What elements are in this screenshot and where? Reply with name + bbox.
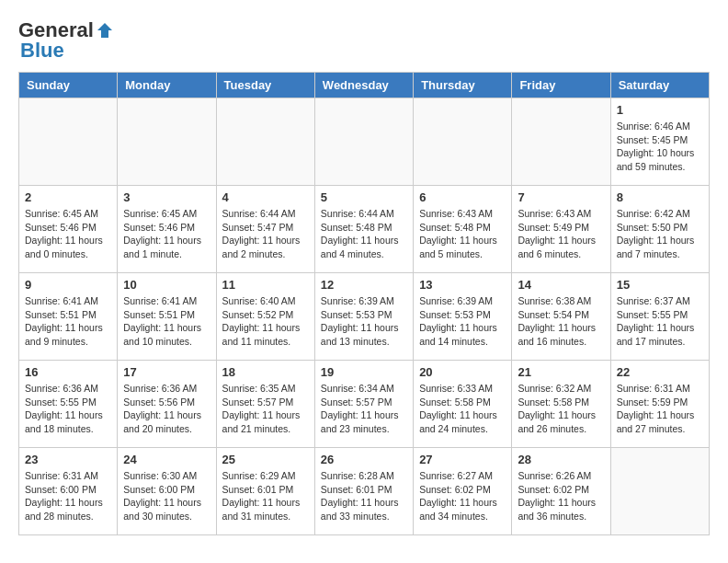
calendar-cell [414, 98, 512, 186]
calendar-cell: 3Sunrise: 6:45 AM Sunset: 5:46 PM Daylig… [118, 186, 216, 273]
calendar-cell [512, 98, 610, 186]
cell-info: Sunrise: 6:31 AM Sunset: 6:00 PM Dayligh… [25, 469, 111, 523]
calendar-cell: 18Sunrise: 6:35 AM Sunset: 5:57 PM Dayli… [216, 361, 314, 448]
day-number: 25 [222, 453, 309, 466]
day-number: 28 [518, 453, 604, 466]
cell-info: Sunrise: 6:41 AM Sunset: 5:51 PM Dayligh… [25, 294, 111, 349]
calendar-cell: 14Sunrise: 6:38 AM Sunset: 5:54 PM Dayli… [512, 273, 610, 361]
calendar-table: SundayMondayTuesdayWednesdayThursdayFrid… [18, 72, 710, 535]
calendar-cell: 10Sunrise: 6:41 AM Sunset: 5:51 PM Dayli… [118, 273, 216, 361]
cell-info: Sunrise: 6:36 AM Sunset: 5:55 PM Dayligh… [25, 382, 111, 436]
calendar-cell: 5Sunrise: 6:44 AM Sunset: 5:48 PM Daylig… [314, 186, 413, 273]
weekday-header-tuesday: Tuesday [216, 73, 314, 98]
calendar-cell [216, 98, 314, 186]
calendar-cell: 2Sunrise: 6:45 AM Sunset: 5:46 PM Daylig… [19, 186, 118, 273]
day-number: 20 [419, 365, 506, 379]
weekday-header-saturday: Saturday [610, 73, 709, 98]
calendar-cell: 24Sunrise: 6:30 AM Sunset: 6:00 PM Dayli… [118, 448, 216, 535]
calendar-cell: 4Sunrise: 6:44 AM Sunset: 5:47 PM Daylig… [216, 186, 314, 273]
calendar-cell: 21Sunrise: 6:32 AM Sunset: 5:58 PM Dayli… [512, 361, 610, 448]
calendar-cell: 1Sunrise: 6:46 AM Sunset: 5:45 PM Daylig… [610, 98, 709, 186]
day-number: 7 [518, 190, 604, 204]
day-number: 26 [321, 453, 407, 466]
weekday-header-friday: Friday [512, 73, 610, 98]
header: General Blue [18, 18, 710, 63]
day-number: 11 [222, 278, 309, 292]
calendar-cell [19, 98, 118, 186]
calendar-cell: 9Sunrise: 6:41 AM Sunset: 5:51 PM Daylig… [19, 273, 118, 361]
cell-info: Sunrise: 6:26 AM Sunset: 6:02 PM Dayligh… [518, 469, 604, 523]
day-number: 17 [123, 365, 210, 379]
cell-info: Sunrise: 6:35 AM Sunset: 5:57 PM Dayligh… [222, 382, 309, 436]
calendar-cell: 8Sunrise: 6:42 AM Sunset: 5:50 PM Daylig… [610, 186, 709, 273]
day-number: 12 [321, 278, 407, 292]
day-number: 21 [518, 365, 604, 379]
weekday-header-monday: Monday [118, 73, 216, 98]
cell-info: Sunrise: 6:38 AM Sunset: 5:54 PM Dayligh… [518, 294, 604, 349]
cell-info: Sunrise: 6:29 AM Sunset: 6:01 PM Dayligh… [222, 469, 309, 523]
cell-info: Sunrise: 6:42 AM Sunset: 5:50 PM Dayligh… [617, 207, 703, 261]
cell-info: Sunrise: 6:41 AM Sunset: 5:51 PM Dayligh… [123, 294, 210, 349]
cell-info: Sunrise: 6:44 AM Sunset: 5:47 PM Dayligh… [222, 207, 309, 261]
cell-info: Sunrise: 6:39 AM Sunset: 5:53 PM Dayligh… [419, 294, 506, 349]
calendar-cell: 16Sunrise: 6:36 AM Sunset: 5:55 PM Dayli… [19, 361, 118, 448]
calendar-cell [610, 448, 709, 535]
calendar-cell: 17Sunrise: 6:36 AM Sunset: 5:56 PM Dayli… [118, 361, 216, 448]
calendar-cell: 28Sunrise: 6:26 AM Sunset: 6:02 PM Dayli… [512, 448, 610, 535]
cell-info: Sunrise: 6:40 AM Sunset: 5:52 PM Dayligh… [222, 294, 309, 349]
cell-info: Sunrise: 6:46 AM Sunset: 5:45 PM Dayligh… [617, 120, 703, 174]
weekday-header-wednesday: Wednesday [314, 73, 413, 98]
calendar-cell: 12Sunrise: 6:39 AM Sunset: 5:53 PM Dayli… [314, 273, 413, 361]
cell-info: Sunrise: 6:39 AM Sunset: 5:53 PM Dayligh… [321, 294, 407, 349]
day-number: 16 [25, 365, 111, 379]
week-row-3: 9Sunrise: 6:41 AM Sunset: 5:51 PM Daylig… [19, 273, 710, 361]
cell-info: Sunrise: 6:36 AM Sunset: 5:56 PM Dayligh… [123, 382, 210, 436]
cell-info: Sunrise: 6:28 AM Sunset: 6:01 PM Dayligh… [321, 469, 407, 523]
logo: General Blue [18, 18, 114, 63]
calendar-cell: 23Sunrise: 6:31 AM Sunset: 6:00 PM Dayli… [19, 448, 118, 535]
logo-icon [96, 21, 114, 40]
day-number: 4 [222, 190, 309, 204]
calendar-cell: 7Sunrise: 6:43 AM Sunset: 5:49 PM Daylig… [512, 186, 610, 273]
cell-info: Sunrise: 6:27 AM Sunset: 6:02 PM Dayligh… [419, 469, 506, 523]
day-number: 18 [222, 365, 309, 379]
calendar-cell: 19Sunrise: 6:34 AM Sunset: 5:57 PM Dayli… [314, 361, 413, 448]
day-number: 1 [617, 103, 703, 117]
cell-info: Sunrise: 6:30 AM Sunset: 6:00 PM Dayligh… [123, 469, 210, 523]
calendar-cell: 22Sunrise: 6:31 AM Sunset: 5:59 PM Dayli… [610, 361, 709, 448]
day-number: 5 [321, 190, 407, 204]
cell-info: Sunrise: 6:37 AM Sunset: 5:55 PM Dayligh… [617, 294, 703, 349]
day-number: 22 [617, 365, 703, 379]
calendar-cell [314, 98, 413, 186]
week-row-5: 23Sunrise: 6:31 AM Sunset: 6:00 PM Dayli… [19, 448, 710, 535]
day-number: 24 [123, 453, 210, 466]
calendar-cell: 27Sunrise: 6:27 AM Sunset: 6:02 PM Dayli… [414, 448, 512, 535]
day-number: 23 [25, 453, 111, 466]
cell-info: Sunrise: 6:43 AM Sunset: 5:49 PM Dayligh… [518, 207, 604, 261]
week-row-2: 2Sunrise: 6:45 AM Sunset: 5:46 PM Daylig… [19, 186, 710, 273]
cell-info: Sunrise: 6:45 AM Sunset: 5:46 PM Dayligh… [123, 207, 210, 261]
day-number: 13 [419, 278, 506, 292]
week-row-1: 1Sunrise: 6:46 AM Sunset: 5:45 PM Daylig… [19, 98, 710, 186]
cell-info: Sunrise: 6:31 AM Sunset: 5:59 PM Dayligh… [617, 382, 703, 436]
cell-info: Sunrise: 6:32 AM Sunset: 5:58 PM Dayligh… [518, 382, 604, 436]
week-row-4: 16Sunrise: 6:36 AM Sunset: 5:55 PM Dayli… [19, 361, 710, 448]
cell-info: Sunrise: 6:45 AM Sunset: 5:46 PM Dayligh… [25, 207, 111, 261]
day-number: 3 [123, 190, 210, 204]
calendar-cell: 26Sunrise: 6:28 AM Sunset: 6:01 PM Dayli… [314, 448, 413, 535]
day-number: 15 [617, 278, 703, 292]
weekday-header-thursday: Thursday [414, 73, 512, 98]
cell-info: Sunrise: 6:44 AM Sunset: 5:48 PM Dayligh… [321, 207, 407, 261]
calendar-cell: 13Sunrise: 6:39 AM Sunset: 5:53 PM Dayli… [414, 273, 512, 361]
logo-blue-text: Blue [20, 39, 64, 63]
day-number: 2 [25, 190, 111, 204]
day-number: 19 [321, 365, 407, 379]
day-number: 6 [419, 190, 506, 204]
day-number: 8 [617, 190, 703, 204]
day-number: 27 [419, 453, 506, 466]
day-number: 10 [123, 278, 210, 292]
calendar-cell [118, 98, 216, 186]
calendar-cell: 20Sunrise: 6:33 AM Sunset: 5:58 PM Dayli… [414, 361, 512, 448]
svg-marker-0 [97, 23, 112, 38]
cell-info: Sunrise: 6:34 AM Sunset: 5:57 PM Dayligh… [321, 382, 407, 436]
